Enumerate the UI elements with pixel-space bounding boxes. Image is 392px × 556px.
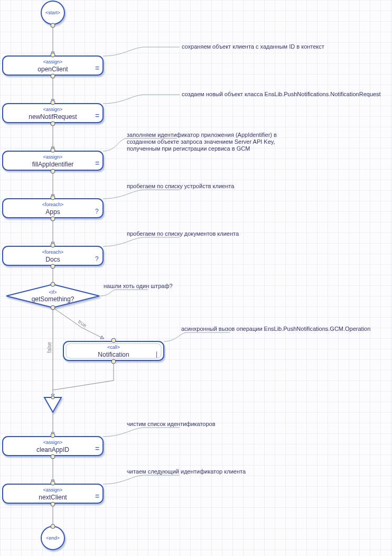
svg-marker-35 (44, 397, 61, 412)
glyph: = (95, 492, 99, 501)
svg-point-29 (51, 282, 55, 286)
join-node (44, 396, 61, 412)
svg-point-23 (51, 196, 55, 200)
node-apps[interactable]: <foreach> Apps ? пробегаем по списку уст… (3, 183, 235, 221)
flow-diagram: true false <start> <assign> openClient =… (0, 0, 392, 556)
end-node[interactable]: <end> (41, 524, 64, 550)
start-tag: <start> (45, 10, 60, 15)
svg-point-39 (51, 455, 55, 459)
node-fillAppIdentifier[interactable]: <assign> fillAppIdentifier = заполняем и… (3, 132, 277, 173)
node-name: Apps (45, 208, 60, 216)
svg-point-26 (51, 243, 55, 247)
svg-point-27 (51, 264, 55, 268)
svg-point-38 (51, 433, 55, 438)
svg-point-36 (51, 396, 54, 399)
node-tag: <foreach> (42, 249, 64, 255)
branch-label-true: true (77, 319, 88, 329)
svg-point-34 (111, 359, 116, 364)
comment: читаем следующий идентификатор клиента (127, 468, 246, 475)
node-tag: <assign> (43, 107, 63, 112)
node-name: Notification (98, 351, 129, 358)
node-tag: <if> (49, 290, 57, 295)
node-cleanAppID[interactable]: <assign> cleanAppID = чистим список иден… (3, 421, 216, 459)
svg-point-30 (51, 305, 55, 310)
svg-point-12 (51, 23, 55, 27)
node-tag: <assign> (43, 59, 63, 64)
node-name: cleanAppID (36, 446, 69, 453)
svg-point-14 (51, 53, 55, 57)
node-name: openClient (38, 66, 68, 73)
node-tag: <assign> (43, 487, 63, 493)
node-notification[interactable]: <call> Notification | асинхронный вызов … (63, 326, 370, 364)
end-tag: <end> (46, 535, 60, 541)
node-tag: <call> (107, 345, 120, 350)
node-tag: <foreach> (42, 202, 64, 207)
glyph: = (95, 159, 99, 168)
node-tag: <assign> (43, 440, 63, 445)
glyph: = (95, 444, 99, 453)
comment: асинхронный вызов операции EnsLib.PushNo… (181, 326, 370, 332)
node-nextClient[interactable]: <assign> nextClient = читаем следующий и… (3, 468, 246, 506)
node-tag: <assign> (43, 154, 63, 160)
comment: чистим список идентификаторов (127, 421, 216, 427)
node-name: Docs (45, 256, 60, 263)
comment: пробегаем по списку документов клиента (127, 230, 239, 237)
comment: пробегаем по списку устройств клиента (127, 183, 235, 189)
comment: создаем новый объект класса EnsLib.PushN… (182, 91, 381, 97)
svg-point-33 (111, 338, 116, 342)
comment: нашли хоть один штраф? (104, 283, 173, 289)
glyph: ? (95, 208, 99, 215)
comment-l1: заполняем идентификатор приложения (AppI… (127, 132, 277, 138)
svg-point-18 (51, 122, 55, 126)
comment-l3: полученным при регистрации сервиса в GCM (127, 145, 250, 152)
svg-point-15 (51, 74, 55, 78)
glyph: | (156, 350, 157, 358)
comment: сохраняем объект клиента с хаданным ID в… (182, 43, 324, 50)
glyph: ? (95, 255, 99, 263)
node-name: newNotifRequest (29, 113, 77, 121)
node-openClient[interactable]: <assign> openClient = сохраняем объект к… (3, 43, 324, 78)
comment-l2: созданном объекте запроса значением Serv… (127, 138, 275, 145)
svg-point-24 (51, 217, 55, 221)
svg-point-41 (51, 481, 55, 485)
glyph: = (95, 112, 99, 120)
svg-point-20 (51, 148, 55, 152)
glyph: = (95, 64, 99, 72)
node-name: fillAppIdentifier (32, 161, 74, 168)
node-name: getSomething? (32, 295, 74, 303)
svg-point-42 (51, 502, 55, 506)
branch-label-false: false (46, 341, 52, 353)
node-docs[interactable]: <foreach> Docs ? пробегаем по списку док… (3, 230, 239, 268)
node-newNotifRequest[interactable]: <assign> newNotifRequest = создаем новый… (3, 91, 381, 126)
node-getSomething[interactable]: <if> getSomething? нашли хоть один штраф… (6, 282, 173, 310)
svg-point-44 (51, 524, 55, 529)
svg-point-21 (51, 169, 55, 173)
svg-point-17 (51, 100, 55, 105)
node-name: nextClient (39, 494, 67, 501)
start-node[interactable]: <start> (41, 1, 64, 27)
